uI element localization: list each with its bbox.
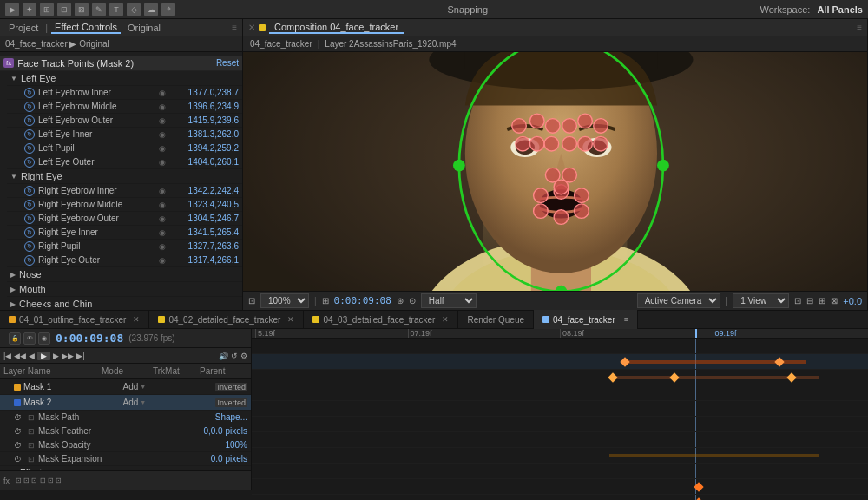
cheeks-header[interactable]: ▶ Cheeks and Chin xyxy=(7,297,242,310)
right-eyebrow-outer-value[interactable]: 1304.5,246.7 xyxy=(169,214,239,223)
kf-path-1[interactable] xyxy=(608,372,617,382)
right-eye-inner-item[interactable]: Right Eye Inner ◉ 1341.5,265.4 xyxy=(7,226,242,240)
tl-nav-prev[interactable]: ◀◀ xyxy=(14,352,26,360)
left-eye-outer-value[interactable]: 1404.0,260.1 xyxy=(169,157,239,167)
toolbar-icon-7[interactable]: T xyxy=(109,3,123,16)
tab-effect-controls[interactable]: Effect Controls xyxy=(51,22,121,34)
right-pupil-item[interactable]: Right Pupil ◉ 1327.7,263.6 xyxy=(7,240,242,253)
kf-mask2-start[interactable] xyxy=(620,357,629,366)
nose-header[interactable]: ▶ Nose xyxy=(7,267,242,282)
tl-mask-expansion[interactable]: ⏱ ⊡ Mask Expansion 0.0 pixels xyxy=(0,452,251,466)
tl-timecode[interactable]: 0:00:09:08 xyxy=(56,332,123,345)
tl-play-btn[interactable]: ▶ xyxy=(37,352,50,360)
right-eye-outer-value[interactable]: 1317.4,266.1 xyxy=(169,255,239,265)
mask1-mode[interactable]: Add ▼ xyxy=(122,382,170,391)
zoom-select[interactable]: 100% 50% 75% 200% xyxy=(260,293,309,308)
right-eyebrow-inner-item[interactable]: Right Eyebrow Inner ◉ 1342.2,242.4 xyxy=(7,184,242,198)
mask2-mode[interactable]: Add ▼ xyxy=(122,398,170,407)
tab3-close[interactable]: ✕ xyxy=(442,315,449,324)
mask-path-stopwatch[interactable]: ⏱ xyxy=(14,413,28,422)
view-select[interactable]: 1 View 2 Views xyxy=(733,293,789,308)
right-eye-header[interactable]: ▼ Right Eye xyxy=(7,169,242,184)
tl-lock-btn[interactable]: 🔒 xyxy=(9,332,21,345)
comp-viewer[interactable] xyxy=(243,52,867,291)
reset-button[interactable]: Reset xyxy=(216,58,239,68)
comp-timecode[interactable]: 0:00:09:08 xyxy=(334,295,391,306)
tab1-close[interactable]: ✕ xyxy=(133,315,140,324)
tl-nav-start[interactable]: |◀ xyxy=(3,352,11,360)
toolbar-icon-5[interactable]: ⊠ xyxy=(75,3,89,16)
toolbar-icon-2[interactable]: ✦ xyxy=(23,3,36,16)
tab-original[interactable]: Original xyxy=(124,23,164,33)
mask-opacity-stopwatch[interactable]: ⏱ xyxy=(14,441,28,450)
tab-detailed-face-tracker-2[interactable]: 04_02_detailed_face_tracker ✕ xyxy=(149,310,304,329)
left-eyebrow-middle-item[interactable]: Left Eyebrow Middle ◉ 1396.6,234.9 xyxy=(7,100,242,114)
fx-group-header[interactable]: fx Face Track Points (Mask 2) Reset xyxy=(0,56,242,71)
toolbar-icon-8[interactable]: ◇ xyxy=(127,3,141,16)
toolbar-icon-10[interactable]: ⌖ xyxy=(161,3,175,16)
left-eye-outer-item[interactable]: Left Eye Outer ◉ 1404.0,260.1 xyxy=(7,155,242,169)
right-eye-inner-value[interactable]: 1341.5,265.4 xyxy=(169,227,239,237)
left-eye-inner-value[interactable]: 1381.3,262.0 xyxy=(169,129,239,139)
comp-menu-icon[interactable]: ≡ xyxy=(857,23,862,32)
kf-path-2[interactable] xyxy=(669,372,679,382)
left-pupil-item[interactable]: Left Pupil ◉ 1394.2,259.2 xyxy=(7,141,242,155)
tl-loop-btn[interactable]: ↺ xyxy=(231,352,238,360)
tl-audio-btn[interactable]: 🔊 xyxy=(219,352,228,360)
toolbar-icon-6[interactable]: ✎ xyxy=(92,3,106,16)
tab-detailed-face-tracker-3[interactable]: 04_03_detailed_face_tracker ✕ xyxy=(304,310,458,329)
comp-tab-main[interactable]: Composition 04_face_tracker xyxy=(269,22,404,34)
left-eye-inner-item[interactable]: Left Eye Inner ◉ 1381.3,262.0 xyxy=(7,128,242,141)
tab-project[interactable]: Project xyxy=(5,23,42,33)
tl-layer-mask1[interactable]: Mask 1 Add ▼ Inverted xyxy=(0,379,251,395)
tl-mask-path[interactable]: ⏱ ⊡ Mask Path Shape... xyxy=(0,411,251,424)
left-eyebrow-outer-value[interactable]: 1415.9,239.6 xyxy=(169,115,239,125)
tl-nav-next[interactable]: ▶▶ xyxy=(62,352,74,360)
mask-opacity-value[interactable]: 100% xyxy=(225,440,247,450)
mask-path-value[interactable]: Shape... xyxy=(215,412,247,422)
toolbar-icon-1[interactable]: ▶ xyxy=(5,3,19,16)
mask-feather-stopwatch[interactable]: ⏱ xyxy=(14,427,28,436)
right-pupil-value[interactable]: 1327.7,263.6 xyxy=(169,241,239,251)
toolbar-icon-3[interactable]: ⊞ xyxy=(40,3,54,16)
mouth-header[interactable]: ▶ Mouth xyxy=(7,282,242,297)
right-eyebrow-inner-value[interactable]: 1342.2,242.4 xyxy=(169,186,239,195)
toolbar-icon-4[interactable]: ⊡ xyxy=(57,3,71,16)
tab-render-queue[interactable]: Render Queue xyxy=(458,310,534,329)
quality-select[interactable]: Half Full Quarter xyxy=(421,293,477,308)
left-eyebrow-inner-item[interactable]: Left Eyebrow Inner ◉ 1377.0,238.7 xyxy=(7,86,242,100)
toolbar-icon-9[interactable]: ☁ xyxy=(144,3,158,16)
tl-nav-end[interactable]: ▶| xyxy=(76,352,84,360)
kf-path-3[interactable] xyxy=(786,372,796,382)
comp-close-icon[interactable]: ✕ xyxy=(248,23,255,32)
tl-mask-feather[interactable]: ⏱ ⊡ Mask Feather 0,0.0 pixels xyxy=(0,424,251,438)
right-eye-outer-item[interactable]: Right Eye Outer ◉ 1317.4,266.1 xyxy=(7,253,242,267)
tl-playhead[interactable] xyxy=(695,329,697,338)
kf-mask2-end[interactable] xyxy=(774,357,784,366)
mask-expansion-value[interactable]: 0.0 pixels xyxy=(211,454,247,464)
tl-solo-btn[interactable]: ◉ xyxy=(38,332,50,345)
tab2-close[interactable]: ✕ xyxy=(287,315,294,324)
tab-face-tracker-active[interactable]: 04_face_tracker ≡ xyxy=(534,310,638,329)
left-eyebrow-inner-value[interactable]: 1377.0,238.7 xyxy=(169,88,239,97)
left-pupil-value[interactable]: 1394.2,259.2 xyxy=(169,143,239,153)
right-eyebrow-middle-value[interactable]: 1323.4,240.5 xyxy=(169,200,239,209)
tl-layer-mask2[interactable]: Mask 2 Add ▼ Inverted xyxy=(0,395,251,411)
left-eyebrow-middle-value[interactable]: 1396.6,234.9 xyxy=(169,102,239,111)
left-eye-header[interactable]: ▼ Left Eye xyxy=(7,71,242,86)
tl-mask-opacity[interactable]: ⏱ ⊡ Mask Opacity 100% xyxy=(0,438,251,452)
camera-select[interactable]: Active Camera xyxy=(637,293,720,308)
mask-feather-value[interactable]: 0,0.0 pixels xyxy=(203,426,247,436)
tl-nav-next-frame[interactable]: ▶ xyxy=(53,352,59,360)
tl-nav-prev-frame[interactable]: ◀ xyxy=(29,352,35,360)
tab-outline-face-tracker[interactable]: 04_01_outline_face_tracker ✕ xyxy=(0,310,149,329)
tl-eye-btn[interactable]: 👁 xyxy=(23,332,36,345)
left-eyebrow-outer-item[interactable]: Left Eyebrow Outer ◉ 1415.9,239.6 xyxy=(7,114,242,128)
right-eyebrow-outer-item[interactable]: Right Eyebrow Outer ◉ 1304.5,246.7 xyxy=(7,212,242,226)
tl-settings-icon[interactable]: ⚙ xyxy=(240,352,247,360)
kf-anchor-1[interactable] xyxy=(694,482,704,491)
panel-menu-icon[interactable]: ≡ xyxy=(232,23,237,32)
tab5-menu[interactable]: ≡ xyxy=(624,315,628,324)
right-eyebrow-middle-item[interactable]: Right Eyebrow Middle ◉ 1323.4,240.5 xyxy=(7,198,242,212)
mask-expansion-stopwatch[interactable]: ⏱ xyxy=(14,455,28,464)
